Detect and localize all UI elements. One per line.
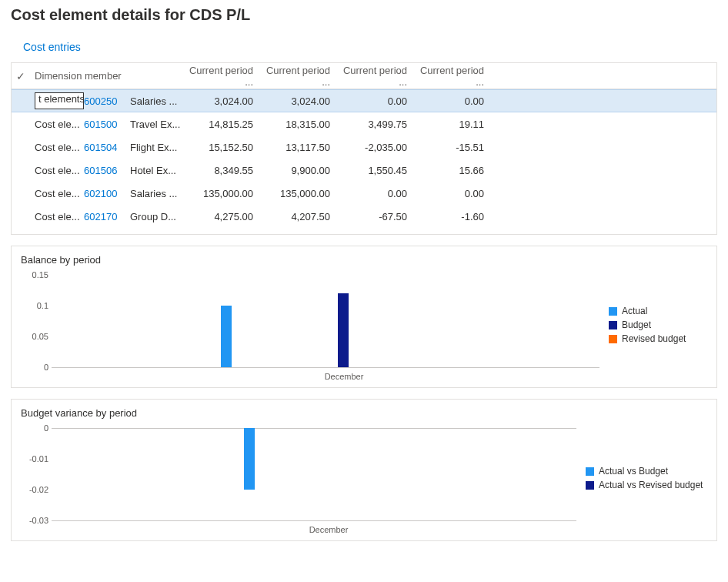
- y-tick: 0.1: [21, 301, 48, 310]
- num-cell: -15.51: [415, 142, 492, 153]
- code-link[interactable]: 601506: [84, 165, 130, 176]
- swatch-icon: [609, 335, 617, 343]
- y-tick: -0.01: [21, 454, 48, 463]
- desc-cell: Travel Ex...: [130, 119, 184, 130]
- chart-title: Balance by period: [21, 254, 707, 266]
- legend-label: Revised budget: [622, 333, 686, 344]
- code-link[interactable]: 602170: [84, 211, 130, 222]
- num-cell: 15,152.50: [184, 142, 261, 153]
- num-cell: 8,349.55: [184, 165, 261, 176]
- table-row[interactable]: Cost ele... 601500 Travel Ex... 14,815.2…: [12, 112, 716, 135]
- page-title: Cost element details for CDS P/L: [0, 0, 728, 27]
- num-cell: -1.60: [415, 211, 492, 222]
- legend-item-avr[interactable]: Actual vs Revised budget: [586, 480, 707, 490]
- num-cell: 3,024.00: [261, 95, 338, 107]
- code-link[interactable]: 602100: [84, 188, 130, 199]
- legend-item-budget[interactable]: Budget: [609, 319, 707, 330]
- swatch-icon: [609, 321, 617, 329]
- swatch-icon: [586, 481, 594, 490]
- num-cell: 15.66: [415, 165, 492, 176]
- num-cell: -67.50: [338, 211, 415, 222]
- legend-item-revised[interactable]: Revised budget: [609, 333, 707, 344]
- code-link[interactable]: 601504: [84, 142, 130, 153]
- num-cell: 0.00: [338, 95, 415, 107]
- dim-cell: Cost ele...: [30, 119, 84, 130]
- num-cell: 13,117.50: [261, 142, 338, 153]
- dim-cell: Cost ele...: [30, 165, 84, 176]
- dimension-cell-editor[interactable]: t elements: [35, 92, 84, 109]
- num-cell: 0.00: [338, 188, 415, 199]
- dim-cell: Cost ele...: [30, 188, 84, 199]
- x-category: December: [325, 372, 364, 381]
- num-cell: 19.11: [415, 119, 492, 130]
- num-cell: 18,315.00: [261, 119, 338, 130]
- y-tick: 0.05: [21, 332, 48, 341]
- swatch-icon: [586, 467, 594, 476]
- x-category: December: [309, 525, 349, 534]
- code-link[interactable]: 601500: [84, 119, 130, 130]
- num-cell: 4,207.50: [261, 211, 338, 222]
- grid-header-row: ✓ Dimension member Current period ... Cu…: [12, 63, 716, 89]
- dim-cell: Cost ele...: [30, 211, 84, 222]
- num-cell: 4,275.00: [184, 211, 261, 222]
- num-cell: 3,499.75: [338, 119, 415, 130]
- chart-legend: Actual Budget Revised budget: [599, 267, 707, 383]
- chart-plot-area: 0 -0.01 -0.02 -0.03 December: [21, 420, 576, 536]
- col-header-cp2[interactable]: Current period ...: [261, 65, 338, 88]
- y-tick: 0: [21, 363, 48, 372]
- desc-cell: Salaries ...: [130, 95, 184, 107]
- cost-entries-link[interactable]: Cost entries: [0, 27, 92, 62]
- legend-item-actual[interactable]: Actual: [609, 306, 707, 316]
- code-link[interactable]: 600250: [84, 95, 130, 107]
- chart-legend: Actual vs Budget Actual vs Revised budge…: [576, 420, 707, 536]
- y-tick: -0.02: [21, 485, 48, 494]
- bar-budget[interactable]: [338, 293, 349, 367]
- num-cell: 1,550.45: [338, 165, 415, 176]
- num-cell: -2,035.00: [338, 142, 415, 153]
- table-row[interactable]: Cost ele... 602100 Salaries ... 135,000.…: [12, 182, 716, 205]
- legend-label: Actual: [622, 306, 647, 316]
- num-cell: 3,024.00: [184, 95, 261, 107]
- desc-cell: Hotel Ex...: [130, 165, 184, 176]
- num-cell: 135,000.00: [261, 188, 338, 199]
- col-header-cp1[interactable]: Current period ...: [184, 65, 261, 88]
- num-cell: 14,815.25: [184, 119, 261, 130]
- bar-actual[interactable]: [221, 306, 232, 367]
- num-cell: 135,000.00: [184, 188, 261, 199]
- legend-label: Actual vs Revised budget: [599, 480, 703, 490]
- legend-label: Actual vs Budget: [599, 466, 668, 477]
- desc-cell: Salaries ...: [130, 188, 184, 199]
- num-cell: 0.00: [415, 95, 492, 107]
- legend-item-avb[interactable]: Actual vs Budget: [586, 466, 707, 477]
- col-header-cp3[interactable]: Current period ...: [338, 65, 415, 88]
- chart-plot-area: 0.15 0.1 0.05 0 December: [21, 267, 599, 383]
- cost-element-grid: ✓ Dimension member Current period ... Cu…: [11, 62, 717, 235]
- table-row[interactable]: Cost ele... 601504 Flight Ex... 15,152.5…: [12, 135, 716, 159]
- table-row[interactable]: Cost ele... 602170 Group D... 4,275.00 4…: [12, 205, 716, 228]
- table-row[interactable]: Cost ele... 601506 Hotel Ex... 8,349.55 …: [12, 159, 716, 182]
- y-tick: 0: [21, 423, 48, 433]
- y-tick: 0.15: [21, 270, 48, 279]
- col-header-cp4[interactable]: Current period ...: [415, 65, 492, 88]
- swatch-icon: [609, 307, 617, 316]
- table-row[interactable]: t elements 600250 Salaries ... 3,024.00 …: [12, 89, 716, 112]
- desc-cell: Flight Ex...: [130, 142, 184, 153]
- desc-cell: Group D...: [130, 211, 184, 222]
- bar-actual-vs-budget[interactable]: [244, 428, 255, 490]
- legend-label: Budget: [622, 319, 651, 330]
- budget-variance-chart: Budget variance by period 0 -0.01 -0.02 …: [11, 399, 717, 541]
- balance-by-period-chart: Balance by period 0.15 0.1 0.05 0 Decemb…: [11, 246, 717, 388]
- select-all-check-icon[interactable]: ✓: [16, 70, 25, 82]
- col-header-dimension[interactable]: Dimension member: [30, 70, 184, 82]
- chart-title: Budget variance by period: [21, 407, 707, 419]
- dim-cell: Cost ele...: [30, 142, 84, 153]
- num-cell: 9,900.00: [261, 165, 338, 176]
- y-tick: -0.03: [21, 516, 48, 525]
- num-cell: 0.00: [415, 188, 492, 199]
